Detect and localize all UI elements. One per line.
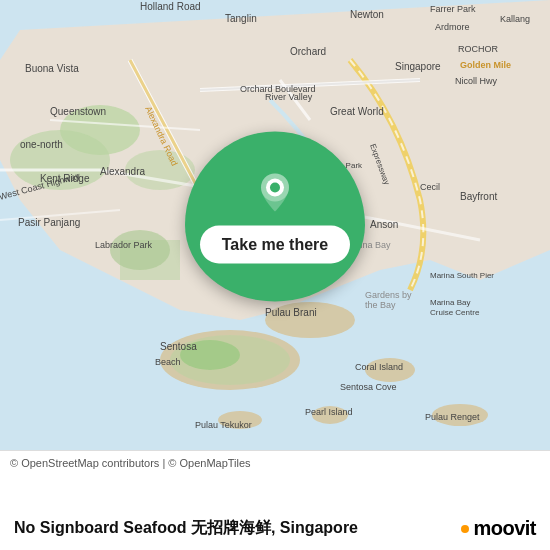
svg-text:Orchard Boulevard: Orchard Boulevard <box>240 84 316 94</box>
svg-text:Cruise Centre: Cruise Centre <box>430 308 480 317</box>
place-info: No Signboard Seafood 无招牌海鲜, Singapore mo… <box>0 511 550 550</box>
svg-text:Holland Road: Holland Road <box>140 1 201 12</box>
svg-text:Cecil: Cecil <box>420 182 440 192</box>
svg-text:Golden Mile: Golden Mile <box>460 60 511 70</box>
svg-text:Bayfront: Bayfront <box>460 191 497 202</box>
bottom-bar: © OpenStreetMap contributors | © OpenMap… <box>0 450 550 550</box>
map-container: Holland Road Newton Tanglin Orchard Quee… <box>0 0 550 450</box>
svg-text:Tanglin: Tanglin <box>225 13 257 24</box>
moovit-dot <box>461 525 469 533</box>
svg-text:Pulau Tekukor: Pulau Tekukor <box>195 420 252 430</box>
svg-text:Labrador Park: Labrador Park <box>95 240 153 250</box>
svg-text:Farrer Park: Farrer Park <box>430 4 476 14</box>
location-pin-icon <box>253 170 297 214</box>
svg-text:Great World: Great World <box>330 106 384 117</box>
svg-text:Queenstown: Queenstown <box>50 106 106 117</box>
svg-text:Marina South Pier: Marina South Pier <box>430 271 494 280</box>
svg-text:Buona Vista: Buona Vista <box>25 63 79 74</box>
svg-text:Gardens by: Gardens by <box>365 290 412 300</box>
svg-text:Beach: Beach <box>155 357 181 367</box>
svg-text:Pulau Brani: Pulau Brani <box>265 307 317 318</box>
svg-text:Sentosa: Sentosa <box>160 341 197 352</box>
svg-text:Pulau Renget: Pulau Renget <box>425 412 480 422</box>
svg-text:Ardmore: Ardmore <box>435 22 470 32</box>
svg-point-70 <box>270 183 280 193</box>
svg-text:one-north: one-north <box>20 139 63 150</box>
svg-point-12 <box>110 230 170 270</box>
svg-text:Orchard: Orchard <box>290 46 326 57</box>
svg-text:Alexandra: Alexandra <box>100 166 145 177</box>
moovit-text: moovit <box>473 517 536 540</box>
svg-text:Anson: Anson <box>370 219 398 230</box>
svg-text:Pearl Island: Pearl Island <box>305 407 353 417</box>
svg-text:Singapore: Singapore <box>395 61 441 72</box>
svg-text:Kallang: Kallang <box>500 14 530 24</box>
svg-text:the Bay: the Bay <box>365 300 396 310</box>
take-me-there-button[interactable]: Take me there <box>200 226 350 264</box>
svg-text:Pasir Panjang: Pasir Panjang <box>18 217 80 228</box>
place-name: No Signboard Seafood 无招牌海鲜, Singapore <box>14 518 358 539</box>
svg-text:Sentosa Cove: Sentosa Cove <box>340 382 397 392</box>
svg-text:ROCHOR: ROCHOR <box>458 44 498 54</box>
svg-text:Nicoll Hwy: Nicoll Hwy <box>455 76 498 86</box>
svg-text:Newton: Newton <box>350 9 384 20</box>
map-attribution: © OpenStreetMap contributors | © OpenMap… <box>0 450 550 471</box>
svg-text:Marina Bay: Marina Bay <box>430 298 470 307</box>
moovit-logo: moovit <box>461 517 536 540</box>
svg-text:Coral Island: Coral Island <box>355 362 403 372</box>
